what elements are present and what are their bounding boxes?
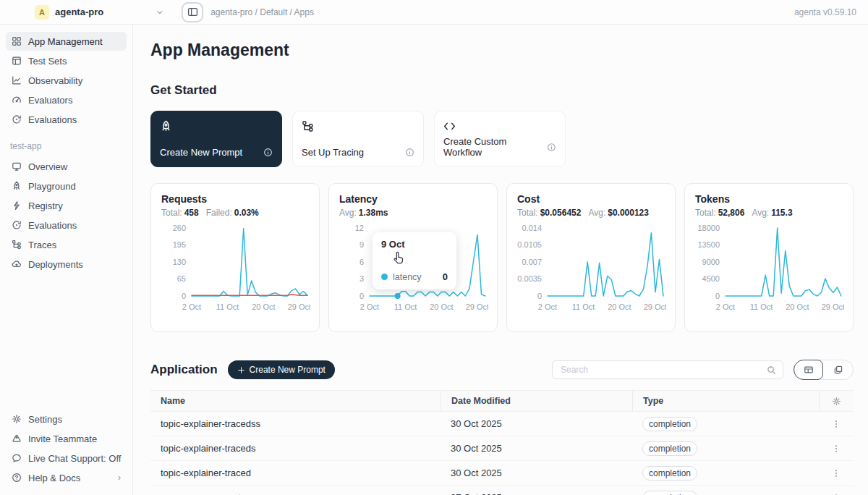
sidebar-item-evaluations[interactable]: Evaluations [6,110,127,129]
rocket-icon [12,181,22,191]
get-started-card-set-up-tracing[interactable]: Set Up Tracing [292,111,424,167]
dots-icon [831,444,841,454]
sidebar-item-label: Help & Docs [28,473,80,483]
sidebar-item-registry[interactable]: Registry [6,196,127,215]
metric-card-stats: Avg:1.38ms [339,208,487,218]
main-content: App Management Get Started Create New Pr… [133,25,868,495]
tooltip-series-row: latency0 [381,271,448,282]
table-body: topic-explainer-tracedss30 Oct 2025compl… [150,412,854,495]
chat-icon [12,453,22,463]
series-dot [381,274,388,280]
sidebar-item-app-management[interactable]: App Management [6,32,127,51]
row-actions-button[interactable] [819,419,854,429]
type-badge: completion [642,441,697,456]
grid-icon [12,36,22,46]
series-line-requests [192,229,307,296]
get-started-card-label: Create New Prompt [160,147,242,158]
column-settings-button[interactable] [819,391,854,411]
table-row[interactable]: topic-explainer-traced30 Oct 2025complet… [150,461,854,486]
create-new-prompt-button[interactable]: Create New Prompt [228,360,335,379]
app-name[interactable]: topic-explainer-tracedss [150,418,441,429]
card-view-button[interactable] [823,360,853,379]
sidebar-item-label: Registry [28,200,63,211]
row-actions-button[interactable] [819,444,854,454]
info-icon [405,148,414,157]
metric-card-stats: Total:458Failed:0.03% [161,208,309,218]
column-header-name[interactable]: Name [150,391,441,411]
create-new-prompt-label: Create New Prompt [250,365,326,375]
gear-icon [12,414,22,424]
sidebar-item-overview[interactable]: Overview [6,157,127,176]
dots-icon [831,468,841,478]
sidebar-item-help-docs[interactable]: Help & Docs› [6,468,127,487]
tooltip-date: 9 Oct [381,239,448,250]
metric-card-tokens: TokensTotal:52,806Avg:115.31800013500900… [684,183,854,332]
metric-stat: Total:52,806 [695,208,744,218]
metric-card-title: Tokens [695,193,843,205]
svg-text:29 Oct: 29 Oct [288,302,310,311]
metric-stat: Avg:115.3 [752,208,792,218]
sidebar-item-settings[interactable]: Settings [6,410,127,428]
svg-text:12: 12 [355,224,364,232]
app-name[interactable]: topic-explainer-traced [150,468,441,478]
observability-icon [12,75,22,85]
metric-chart[interactable]: 2601951306502 Oct11 Oct20 Oct29 Oct [161,222,310,315]
workspace-name[interactable]: agenta-pro [55,7,103,17]
sidebar-item-observability[interactable]: Observability [6,71,127,90]
tracing-icon [302,120,314,132]
topbar: A agenta-pro agenta-pro / Default / Apps… [0,0,868,25]
type-badge: completion [642,466,697,481]
svg-text:9: 9 [359,240,364,249]
metric-chart[interactable]: 0.0140.01050.0070.003502 Oct11 Oct20 Oct… [517,222,666,315]
get-started-card-create-custom-workflow[interactable]: Create Custom Workflow [434,111,566,167]
tooltip-series-label: latency [393,272,422,282]
table-row[interactable]: career-assessment27 Oct 2025completion [150,486,854,495]
sidebar-item-evaluators[interactable]: Evaluators [6,90,127,109]
tooltip-value: 0 [443,271,448,282]
app-name[interactable]: career-assessment [150,492,441,495]
svg-text:20 Oct: 20 Oct [430,302,453,311]
type-badge: completion [642,491,697,495]
series-line-failed [192,295,307,296]
sidebar-item-live-chat-support-off[interactable]: Live Chat Support: Off [6,449,127,468]
get-started-card-label: Set Up Tracing [302,147,364,158]
sidebar-item-evaluations[interactable]: Evaluations [6,216,127,234]
row-actions-button[interactable] [819,468,854,478]
svg-text:29 Oct: 29 Oct [822,302,844,311]
table-view-button[interactable] [793,360,823,380]
metric-stat: Avg:1.38ms [339,208,388,218]
table-row[interactable]: topic-explainer-traceds30 Oct 2025comple… [150,436,854,461]
get-started-title: Get Started [150,83,854,98]
sidebar-item-test-sets[interactable]: Test Sets [6,51,127,70]
get-started-card-create-new-prompt[interactable]: Create New Prompt [150,111,282,167]
column-header-type[interactable]: Type [632,391,819,411]
search-input[interactable] [559,364,762,376]
evaluations-icon [12,114,22,124]
metric-stat: Total:458 [161,208,199,218]
sidebar-item-label: App Management [28,36,103,47]
column-header-date-modified[interactable]: Date Modified [441,391,632,411]
sidebar-item-deployments[interactable]: Deployments [6,255,127,274]
svg-text:20 Oct: 20 Oct [786,302,809,311]
svg-text:260: 260 [173,224,186,232]
table-row[interactable]: topic-explainer-tracedss30 Oct 2025compl… [150,412,854,436]
sidebar-item-playground[interactable]: Playground [6,177,127,195]
dots-icon [831,419,841,429]
evaluations-icon [12,220,22,230]
svg-text:0: 0 [537,292,542,300]
svg-text:11 Oct: 11 Oct [394,302,417,311]
app-name[interactable]: topic-explainer-traceds [150,443,441,454]
series-line-tokens [726,228,841,296]
workspace-switcher[interactable] [156,6,164,19]
svg-text:9000: 9000 [702,258,720,266]
table-header: Name Date Modified Type [150,390,854,412]
metric-chart[interactable]: 18000135009000450002 Oct11 Oct20 Oct29 O… [695,222,844,315]
sidebar-collapse-button[interactable] [182,2,203,22]
svg-text:29 Oct: 29 Oct [466,302,488,311]
row-actions-button[interactable] [819,493,854,495]
hovered-point-marker [395,293,401,299]
sidebar-item-traces[interactable]: Traces [6,235,127,254]
svg-text:18000: 18000 [697,224,720,232]
sidebar-item-label: Observability [28,75,82,86]
sidebar-item-invite-teammate[interactable]: Invite Teammate [6,429,127,448]
